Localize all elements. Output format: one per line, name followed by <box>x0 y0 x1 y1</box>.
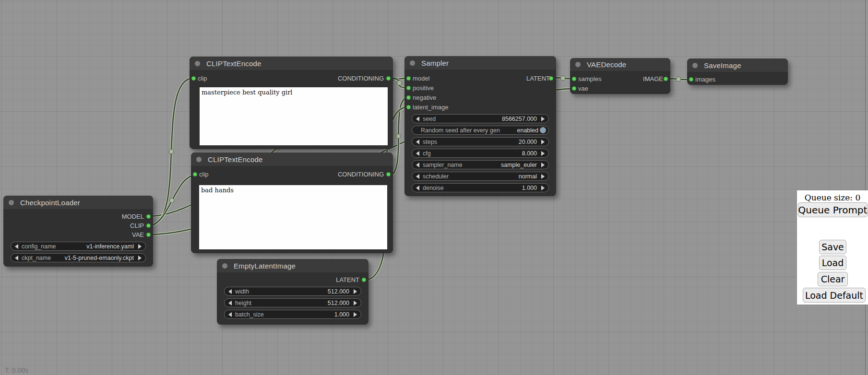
output-port-conditioning[interactable] <box>386 172 391 176</box>
output-label: CLIP <box>130 222 144 229</box>
decrement-arrow-icon[interactable] <box>228 312 232 317</box>
decrement-arrow-icon[interactable] <box>416 186 419 190</box>
negative-prompt-textarea[interactable]: bad hands <box>199 185 387 249</box>
increment-arrow-icon[interactable] <box>138 256 142 260</box>
increment-arrow-icon[interactable] <box>541 174 545 179</box>
input-port-images[interactable] <box>689 77 693 82</box>
node-emptylatentimage: EmptyLatentImage LATENT width 512.000 he… <box>217 259 369 325</box>
sampler-name-combo[interactable]: sampler_name sample_euler <box>412 160 549 169</box>
input-port-clip[interactable] <box>191 76 196 81</box>
input-label: samples <box>578 75 601 82</box>
widget-label: seed <box>423 116 436 122</box>
random-seed-toggle-widget[interactable]: Random seed after every gen enabled <box>412 126 549 135</box>
widget-label: width <box>235 288 249 295</box>
clear-button[interactable]: Clear <box>818 272 848 286</box>
increment-arrow-icon[interactable] <box>541 151 545 156</box>
widget-value: 1.000 <box>522 185 537 191</box>
increment-arrow-icon[interactable] <box>138 244 142 249</box>
queue-prompt-button[interactable]: Queue Prompt <box>798 202 868 217</box>
widget-value: normal <box>519 173 537 180</box>
seed-number-widget[interactable]: seed 8566257.000 <box>412 114 549 123</box>
decrement-arrow-icon[interactable] <box>416 140 419 144</box>
node-title: VAEDecode <box>587 60 626 69</box>
collapse-dot-icon[interactable] <box>692 63 698 68</box>
input-port-vae[interactable] <box>572 86 576 91</box>
increment-arrow-icon[interactable] <box>354 312 357 317</box>
input-label: vae <box>578 85 588 92</box>
increment-arrow-icon[interactable] <box>541 186 545 190</box>
height-number-widget[interactable]: height 512.000 <box>224 298 361 307</box>
node-title: SaveImage <box>704 61 741 70</box>
widget-label: sampler_name <box>423 162 463 168</box>
collapse-dot-icon[interactable] <box>410 60 415 66</box>
output-label: IMAGE <box>643 75 663 82</box>
decrement-arrow-icon[interactable] <box>416 163 419 167</box>
input-port-negative[interactable] <box>406 95 411 100</box>
increment-arrow-icon[interactable] <box>541 163 545 167</box>
link-clip-to-negative-encoder <box>149 176 195 225</box>
output-port-image[interactable] <box>664 77 668 81</box>
widget-value: enabled <box>517 127 539 134</box>
increment-arrow-icon[interactable] <box>354 301 357 305</box>
output-port-vae[interactable] <box>146 233 151 237</box>
batch-size-number-widget[interactable]: batch_size 1.000 <box>224 310 361 319</box>
execution-timer-label: T: 0.00s <box>5 366 28 374</box>
input-port-clip[interactable] <box>193 172 197 176</box>
widget-label: ckpt_name <box>22 255 51 261</box>
node-title-bar[interactable]: CLIPTextEncode <box>191 152 393 166</box>
decrement-arrow-icon[interactable] <box>416 174 419 179</box>
scheduler-combo[interactable]: scheduler normal <box>412 172 549 181</box>
decrement-arrow-icon[interactable] <box>228 289 232 294</box>
positive-prompt-textarea[interactable]: masterpiece best quality girl <box>200 87 388 145</box>
decrement-arrow-icon[interactable] <box>228 301 232 305</box>
node-title-bar[interactable]: CheckpointLoader <box>3 196 153 209</box>
output-port-latent[interactable] <box>549 76 553 81</box>
increment-arrow-icon[interactable] <box>541 117 545 121</box>
input-port-latent-image[interactable] <box>406 105 411 109</box>
steps-number-widget[interactable]: steps 20.000 <box>412 137 549 146</box>
width-number-widget[interactable]: width 512.000 <box>224 287 361 296</box>
input-label: clip <box>199 171 209 178</box>
output-label: LATENT <box>336 276 359 283</box>
node-title: Sampler <box>421 59 449 67</box>
node-title-bar[interactable]: EmptyLatentImage <box>217 259 369 272</box>
config-name-combo[interactable]: config_name v1-inference.yaml <box>11 242 146 251</box>
ckpt-name-combo[interactable]: ckpt_name v1-5-pruned-emaonly.ckpt <box>11 253 146 262</box>
collapse-dot-icon[interactable] <box>222 263 227 269</box>
node-title-bar[interactable]: Sampler <box>404 56 556 70</box>
increment-arrow-icon[interactable] <box>354 289 357 294</box>
cfg-number-widget[interactable]: cfg 8.000 <box>412 149 549 158</box>
decrement-arrow-icon[interactable] <box>416 117 419 121</box>
control-panel: Queue size: 0 Queue Prompt Save Load Cle… <box>797 190 868 305</box>
collapse-dot-icon[interactable] <box>195 61 200 66</box>
save-button[interactable]: Save <box>819 240 846 254</box>
denoise-number-widget[interactable]: denoise 1.000 <box>412 183 549 192</box>
node-title-bar[interactable]: SaveImage <box>687 59 788 72</box>
decrement-arrow-icon[interactable] <box>15 244 18 249</box>
input-port-samples[interactable] <box>572 77 576 81</box>
node-title-bar[interactable]: VAEDecode <box>570 58 670 71</box>
output-port-model[interactable] <box>146 214 151 219</box>
output-port-latent[interactable] <box>362 278 366 282</box>
load-button[interactable]: Load <box>819 256 846 270</box>
widget-label: config_name <box>22 243 56 250</box>
input-label: latent_image <box>413 104 448 111</box>
collapse-dot-icon[interactable] <box>575 62 581 67</box>
collapse-dot-icon[interactable] <box>9 200 14 205</box>
decrement-arrow-icon[interactable] <box>15 256 18 260</box>
node-title-bar[interactable]: CLIPTextEncode <box>190 57 393 70</box>
node-saveimage: SaveImage images <box>687 59 788 85</box>
input-label: images <box>695 76 715 83</box>
output-port-clip[interactable] <box>146 223 151 228</box>
input-port-model[interactable] <box>406 76 411 81</box>
output-label: MODEL <box>122 213 144 220</box>
collapse-dot-icon[interactable] <box>196 157 202 162</box>
decrement-arrow-icon[interactable] <box>416 151 419 156</box>
increment-arrow-icon[interactable] <box>541 140 545 144</box>
output-port-conditioning[interactable] <box>386 76 391 81</box>
toggle-knob-icon[interactable] <box>540 127 546 133</box>
node-vaedecode: VAEDecode samples IMAGE vae <box>570 58 670 94</box>
node-cliptextencode-negative: CLIPTextEncode clip CONDITIONING bad han… <box>191 152 393 253</box>
input-port-positive[interactable] <box>406 86 411 90</box>
load-default-button[interactable]: Load Default <box>803 288 866 303</box>
